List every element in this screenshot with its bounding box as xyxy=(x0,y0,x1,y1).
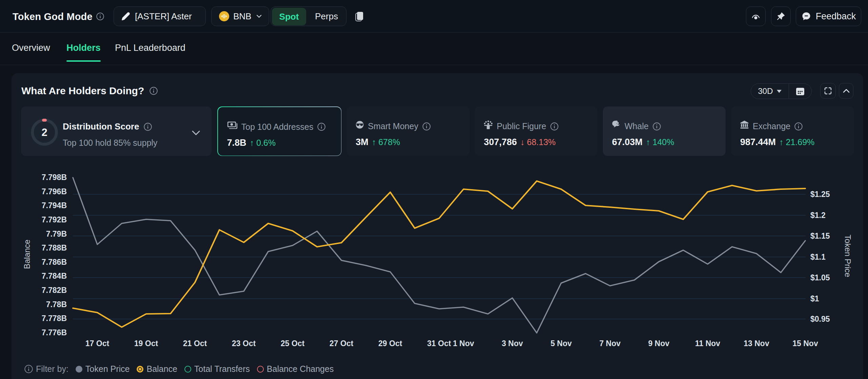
svg-text:15 Nov: 15 Nov xyxy=(792,339,818,348)
svg-text:$0.95: $0.95 xyxy=(810,315,830,323)
svg-text:25 Oct: 25 Oct xyxy=(281,339,305,348)
svg-text:$1.2: $1.2 xyxy=(810,211,826,220)
svg-text:7.784B: 7.784B xyxy=(42,272,67,280)
svg-text:$1.1: $1.1 xyxy=(810,253,826,261)
svg-text:Token Price: Token Price xyxy=(843,235,852,277)
svg-text:7.798B: 7.798B xyxy=(42,173,67,182)
svg-text:$1.15: $1.15 xyxy=(810,232,830,240)
svg-text:$1: $1 xyxy=(810,294,819,303)
svg-text:3 Nov: 3 Nov xyxy=(502,339,523,348)
svg-text:31 Oct: 31 Oct xyxy=(427,339,451,348)
svg-text:Balance: Balance xyxy=(22,240,32,269)
svg-text:7.78B: 7.78B xyxy=(46,300,67,309)
svg-text:9 Nov: 9 Nov xyxy=(648,339,670,348)
svg-text:7.788B: 7.788B xyxy=(42,243,67,252)
svg-text:23 Oct: 23 Oct xyxy=(232,339,256,348)
svg-text:11 Nov: 11 Nov xyxy=(695,339,720,348)
svg-text:7.782B: 7.782B xyxy=(42,286,67,295)
svg-text:7 Nov: 7 Nov xyxy=(599,339,621,348)
svg-text:29 Oct: 29 Oct xyxy=(378,339,402,348)
svg-text:1 Nov: 1 Nov xyxy=(453,339,474,348)
svg-text:7.794B: 7.794B xyxy=(42,201,67,210)
svg-text:$1.05: $1.05 xyxy=(810,273,830,282)
svg-text:19 Oct: 19 Oct xyxy=(134,339,158,348)
svg-text:13 Nov: 13 Nov xyxy=(744,339,769,348)
svg-text:17 Oct: 17 Oct xyxy=(85,339,110,348)
svg-text:27 Oct: 27 Oct xyxy=(330,339,354,348)
svg-text:7.778B: 7.778B xyxy=(42,314,67,323)
svg-text:21 Oct: 21 Oct xyxy=(183,339,207,348)
svg-text:7.796B: 7.796B xyxy=(42,187,67,196)
svg-text:5 Nov: 5 Nov xyxy=(551,339,572,348)
svg-text:7.786B: 7.786B xyxy=(42,258,67,266)
svg-text:7.79B: 7.79B xyxy=(46,230,67,238)
svg-text:7.792B: 7.792B xyxy=(42,215,67,224)
svg-text:7.776B: 7.776B xyxy=(42,328,67,337)
svg-text:$1.25: $1.25 xyxy=(810,190,830,199)
